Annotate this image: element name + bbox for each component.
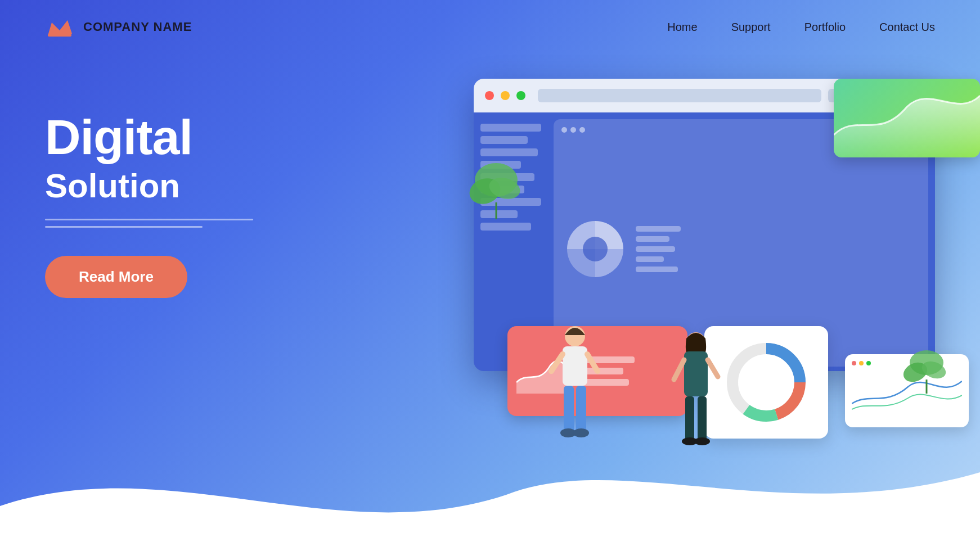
company-name: COMPANY NAME: [83, 20, 192, 34]
svg-point-7: [583, 237, 608, 261]
nav-links: Home Support Portfolio Contact Us: [667, 21, 935, 34]
svg-point-32: [694, 437, 710, 445]
nav-support[interactable]: Support: [731, 21, 771, 34]
line-card-dot-3: [866, 361, 871, 365]
hero-content: Digital Solution Read More: [45, 112, 253, 298]
hero-title-main: Digital: [45, 112, 253, 162]
svg-line-28: [708, 360, 718, 377]
hero-section: COMPANY NAME Home Support Portfolio Cont…: [0, 0, 980, 551]
browser-dot-green: [516, 91, 525, 100]
svg-rect-22: [576, 386, 586, 433]
nav-portfolio[interactable]: Portfolio: [804, 21, 846, 34]
area-chart-panel: [834, 79, 980, 157]
area-chart-svg: [834, 79, 980, 157]
svg-rect-1: [48, 34, 71, 37]
line-card-dot-2: [859, 361, 864, 365]
navbar: COMPANY NAME Home Support Portfolio Cont…: [0, 0, 980, 54]
hero-dividers: [45, 219, 253, 228]
nav-contact[interactable]: Contact Us: [879, 21, 935, 34]
browser-dot-yellow: [501, 91, 510, 100]
sidebar-bar-1: [480, 124, 541, 132]
divider-long: [45, 219, 253, 220]
svg-rect-30: [698, 396, 707, 441]
hero-illustration: [451, 45, 957, 461]
svg-point-16: [739, 355, 793, 409]
legend-bar-1: [636, 226, 681, 232]
svg-rect-18: [563, 346, 587, 386]
read-more-button[interactable]: Read More: [45, 256, 187, 298]
svg-rect-21: [564, 386, 574, 433]
svg-line-27: [674, 360, 684, 380]
sidebar-bar-9: [480, 223, 531, 231]
sidebar-bar-2: [480, 136, 528, 144]
legend-bar-5: [636, 267, 678, 272]
person-left-figure: [547, 320, 603, 450]
plant-right-icon: [901, 343, 952, 394]
legend-bar-2: [636, 236, 669, 242]
svg-rect-29: [685, 396, 694, 441]
chart-legend: [636, 226, 681, 272]
chart-dot-2: [570, 127, 576, 133]
browser-dot-red: [485, 91, 494, 100]
svg-line-19: [551, 354, 563, 371]
chart-dot-3: [579, 127, 585, 133]
person-right-figure: [671, 326, 721, 455]
logo-area: COMPANY NAME: [45, 16, 192, 38]
legend-bar-3: [636, 246, 675, 252]
svg-line-20: [587, 354, 597, 371]
browser-address-bar: [538, 89, 821, 102]
donut-card: [704, 326, 828, 439]
hero-title-sub: Solution: [45, 166, 253, 205]
sidebar-bar-3: [480, 148, 538, 156]
svg-point-24: [573, 428, 589, 437]
divider-short: [45, 226, 203, 228]
legend-bar-4: [636, 256, 664, 262]
donut-chart-svg: [721, 337, 811, 427]
plant-left-icon: [468, 157, 524, 219]
svg-rect-26: [684, 351, 708, 396]
nav-home[interactable]: Home: [667, 21, 697, 34]
pie-chart-svg: [561, 215, 629, 283]
chart-dot-1: [561, 127, 567, 133]
line-card-dot-1: [852, 361, 856, 365]
crown-icon: [45, 16, 74, 38]
